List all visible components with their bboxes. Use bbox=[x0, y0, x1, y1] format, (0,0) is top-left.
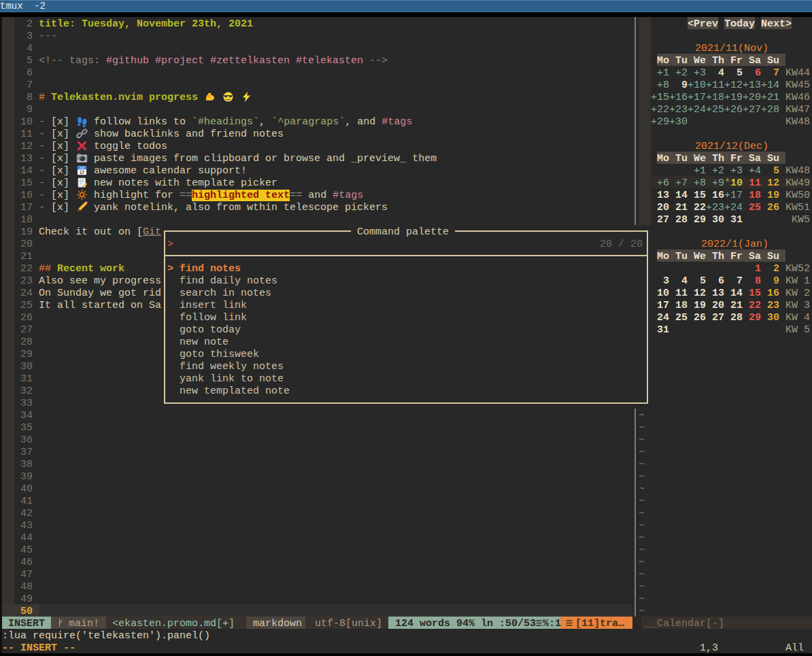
svg-text:17: 17 bbox=[80, 170, 85, 175]
svg-text:July: July bbox=[79, 167, 85, 169]
